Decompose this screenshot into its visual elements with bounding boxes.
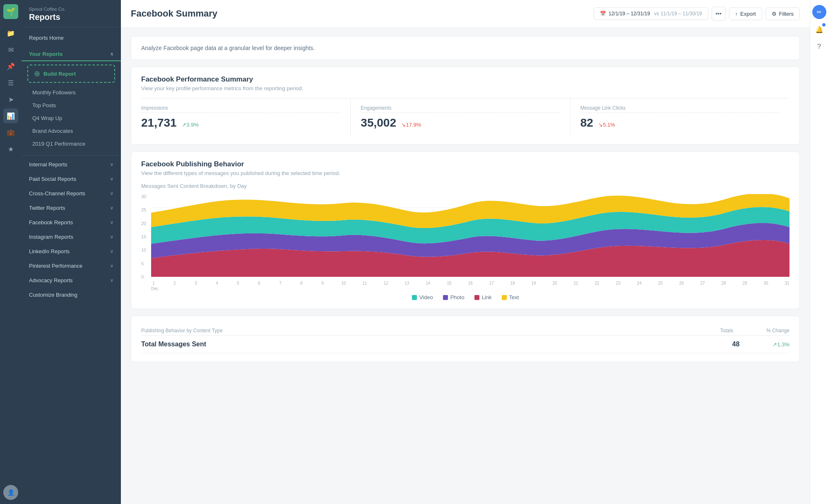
filters-button[interactable]: ⚙ Filters xyxy=(765,7,800,20)
date-range-text: 12/1/19 – 12/31/19 xyxy=(609,11,650,17)
nav-icon-star[interactable]: ★ xyxy=(3,142,18,156)
calendar-icon: 📅 xyxy=(600,11,606,17)
x-label-27: 27 xyxy=(700,281,705,286)
nav-cross-channel[interactable]: Cross-Channel Reports ∨ xyxy=(22,186,121,201)
impressions-value: 21,731 xyxy=(141,116,177,129)
chevron-down-icon-7: ∨ xyxy=(110,249,113,254)
nav-pinterest[interactable]: Pinterest Performance ∨ xyxy=(22,259,121,273)
edit-icon: ✏ xyxy=(817,9,822,15)
chevron-down-icon-4: ∨ xyxy=(110,205,113,211)
chevron-down-icon-8: ∨ xyxy=(110,263,113,269)
user-avatar[interactable]: 👤 xyxy=(3,485,18,500)
x-label-29: 29 xyxy=(742,281,747,286)
x-label-28: 28 xyxy=(721,281,726,286)
page-header: Facebook Summary 📅 12/1/19 – 12/31/19 vs… xyxy=(121,0,810,28)
nav-linkedin-reports[interactable]: LinkedIn Reports ∨ xyxy=(22,244,121,259)
page-title: Facebook Summary xyxy=(131,8,217,19)
nav-internal-reports[interactable]: Internal Reports ∨ xyxy=(22,157,121,172)
x-label-24: 24 xyxy=(637,281,642,286)
y-label-30: 30 xyxy=(141,194,151,199)
x-label-4: 4 xyxy=(214,281,219,286)
main-content: Facebook Summary 📅 12/1/19 – 12/31/19 vs… xyxy=(121,0,810,504)
filter-icon: ⚙ xyxy=(772,11,777,17)
nav-icon-list[interactable]: ☰ xyxy=(3,75,18,90)
metric-label-link-clicks: Message Link Clicks xyxy=(580,105,780,113)
date-range-button[interactable]: 📅 12/1/19 – 12/31/19 vs 11/1/19 – 11/30/… xyxy=(594,7,708,20)
nav-icon-pin[interactable]: 📌 xyxy=(3,59,18,74)
chevron-down-icon-6: ∨ xyxy=(110,234,113,240)
chevron-down-icon-3: ∨ xyxy=(110,191,113,196)
notification-badge xyxy=(822,23,826,26)
x-label-5: 5 xyxy=(236,281,241,286)
export-button[interactable]: ↑ Export xyxy=(729,7,762,20)
nav-top-posts[interactable]: Top Posts xyxy=(22,99,121,112)
nav-icon-folder[interactable]: 📁 xyxy=(3,26,18,41)
publishing-subtitle: View the different types of messages you… xyxy=(141,170,789,176)
x-label-22: 22 xyxy=(595,281,599,286)
intro-text: Analyze Facebook page data at a granular… xyxy=(141,45,789,51)
legend-text: Text xyxy=(502,294,519,300)
nav-monthly-followers[interactable]: Monthly Followers xyxy=(22,86,121,99)
help-button[interactable]: ? xyxy=(812,40,826,54)
bell-button[interactable]: 🔔 xyxy=(812,22,826,36)
metrics-row: Impressions 21,731 ↗3.9% Engagements 35,… xyxy=(141,98,789,136)
x-label-13: 13 xyxy=(404,281,409,286)
x-label-17: 17 xyxy=(489,281,494,286)
more-options-button[interactable]: ••• xyxy=(712,7,726,21)
right-sidebar: ✏ 🔔 ? xyxy=(810,0,828,504)
nav-paid-social[interactable]: Paid Social Reports ∨ xyxy=(22,172,121,186)
x-label-10: 10 xyxy=(341,281,346,286)
nav-instagram-reports[interactable]: Instagram Reports ∨ xyxy=(22,230,121,244)
nav-2019-q1[interactable]: 2019 Q1 Performance xyxy=(22,137,121,150)
nav-your-reports[interactable]: Your Reports ∧ xyxy=(22,47,121,61)
row-label-total-messages: Total Messages Sent xyxy=(141,341,206,348)
col-totals: Totals xyxy=(720,328,733,334)
x-label-11: 11 xyxy=(362,281,367,286)
x-label-23: 23 xyxy=(616,281,621,286)
nav-advocacy-reports[interactable]: Advocacy Reports ∨ xyxy=(22,273,121,288)
y-label-20: 20 xyxy=(141,221,151,226)
nav-icon-chart[interactable]: 📊 xyxy=(3,108,18,123)
performance-title: Facebook Performance Summary xyxy=(141,75,789,84)
x-label-26: 26 xyxy=(679,281,684,286)
left-nav: Sprout Coffee Co. Reports Reports Home Y… xyxy=(22,0,121,504)
legend-dot-link xyxy=(474,295,479,300)
edit-button[interactable]: ✏ xyxy=(812,5,826,19)
x-label-16: 16 xyxy=(468,281,473,286)
legend-dot-video xyxy=(412,295,417,300)
y-label-10: 10 xyxy=(141,247,151,252)
build-report-button[interactable]: ⊕ Build Report xyxy=(27,65,115,83)
publishing-title: Facebook Publishing Behavior xyxy=(141,160,789,168)
nav-header: Sprout Coffee Co. Reports xyxy=(22,0,121,27)
x-label-18: 18 xyxy=(510,281,515,286)
nav-reports-home[interactable]: Reports Home xyxy=(22,31,121,45)
performance-card: Facebook Performance Summary View your k… xyxy=(131,67,800,145)
nav-icon-inbox[interactable]: ✉ xyxy=(3,42,18,57)
nav-facebook-reports[interactable]: Facebook Reports ∨ xyxy=(22,215,121,230)
publishing-card: Facebook Publishing Behavior View the di… xyxy=(131,151,800,309)
nav-customize-branding[interactable]: Customize Branding xyxy=(22,288,121,302)
legend-link: Link xyxy=(474,294,492,300)
impressions-change: ↗3.9% xyxy=(182,122,199,128)
app-logo: 🌱 xyxy=(3,4,18,19)
nav-brand-advocates[interactable]: Brand Advocates xyxy=(22,125,121,137)
metric-link-clicks: Message Link Clicks 82 ↘5.1% xyxy=(570,98,789,136)
x-label-30: 30 xyxy=(763,281,768,286)
legend-dot-text xyxy=(502,295,507,300)
x-label-19: 19 xyxy=(531,281,536,286)
nav-icon-briefcase[interactable]: 💼 xyxy=(3,125,18,140)
nav-q4-wrap-up[interactable]: Q4 Wrap Up xyxy=(22,112,121,125)
x-label-20: 20 xyxy=(552,281,557,286)
metric-value-row-3: 82 ↘5.1% xyxy=(580,116,780,130)
x-label-21: 21 xyxy=(573,281,578,286)
y-label-15: 15 xyxy=(141,234,151,239)
x-axis-month-label: Dec xyxy=(151,286,789,291)
stacked-area-chart xyxy=(151,194,789,277)
nav-icon-send[interactable]: ➤ xyxy=(3,92,18,107)
legend-video: Video xyxy=(412,294,433,300)
nav-twitter-reports[interactable]: Twitter Reports ∨ xyxy=(22,201,121,215)
chart-legend: Video Photo Link Text xyxy=(141,294,789,300)
header-controls: 📅 12/1/19 – 12/31/19 vs 11/1/19 – 11/30/… xyxy=(594,7,800,21)
company-name: Sprout Coffee Co. xyxy=(29,7,113,12)
plus-icon: ⊕ xyxy=(34,69,40,78)
